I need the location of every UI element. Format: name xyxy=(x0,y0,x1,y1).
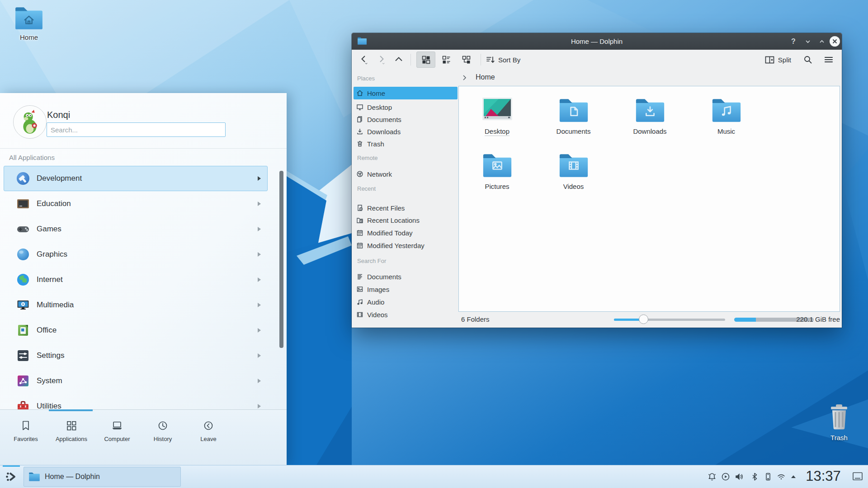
place-recent-locations[interactable]: Recent Locations xyxy=(354,214,458,226)
search-for-audio[interactable]: Audio xyxy=(354,296,458,308)
category-system[interactable]: System xyxy=(4,368,268,394)
chevron-right-icon xyxy=(258,202,261,206)
titlebar[interactable]: Home — Dolphin ? xyxy=(352,33,842,50)
category-internet[interactable]: Internet xyxy=(4,267,268,292)
folder-item-videos[interactable]: Videos xyxy=(535,152,612,207)
tab-history[interactable]: History xyxy=(140,420,185,442)
category-education[interactable]: Education xyxy=(4,191,268,216)
details-view-button[interactable] xyxy=(437,52,455,67)
tab-computer[interactable]: Computer xyxy=(94,420,140,442)
place-home[interactable]: Home xyxy=(354,87,458,99)
tab-label: Applications xyxy=(49,436,94,442)
folder-item-downloads[interactable]: Downloads xyxy=(612,97,688,152)
details-view-icon xyxy=(442,56,451,64)
desktop-icon-trash[interactable]: Trash xyxy=(816,403,862,441)
device-notifier-icon[interactable] xyxy=(763,472,773,482)
tab-label: Favorites xyxy=(3,436,48,442)
category-graphics[interactable]: Graphics xyxy=(4,242,268,267)
help-button[interactable]: ? xyxy=(788,36,799,47)
show-desktop-icon[interactable] xyxy=(852,471,863,483)
place-documents[interactable]: Documents xyxy=(354,113,458,126)
chevron-down-icon xyxy=(805,38,811,45)
back-button[interactable] xyxy=(357,52,372,68)
category-label: Settings xyxy=(37,351,64,360)
search-input[interactable] xyxy=(47,122,226,137)
volume-icon[interactable] xyxy=(734,472,744,482)
place-trash[interactable]: Trash xyxy=(354,137,458,150)
video-icon xyxy=(356,311,363,318)
places-section-header: Recent xyxy=(357,185,376,194)
folder-item-documents[interactable]: Documents xyxy=(535,97,612,152)
zoom-slider[interactable] xyxy=(614,319,725,321)
folder-item-label: Downloads xyxy=(633,127,666,135)
chevron-right-icon xyxy=(258,303,261,307)
expand-tray-arrow-icon[interactable] xyxy=(790,474,797,479)
sort-by-button[interactable]: Sort By xyxy=(486,52,520,68)
notifications-bell-icon[interactable] xyxy=(707,472,717,482)
minimize-button[interactable] xyxy=(802,36,813,47)
tab-favorites[interactable]: Favorites xyxy=(3,420,48,442)
up-button[interactable] xyxy=(392,52,406,68)
graphics-icon xyxy=(16,247,30,262)
close-button[interactable] xyxy=(830,36,840,47)
maximize-button[interactable] xyxy=(816,36,827,47)
split-button[interactable]: Split xyxy=(764,52,791,68)
application-category-list: Development Education Games xyxy=(0,166,287,419)
close-icon xyxy=(830,36,840,47)
place-downloads[interactable]: Downloads xyxy=(354,125,458,138)
tab-label: Leave xyxy=(186,436,231,442)
category-development[interactable]: Development xyxy=(4,166,268,191)
search-for-videos[interactable]: Videos xyxy=(354,308,458,321)
folder-item-music[interactable]: Music xyxy=(688,97,764,152)
folder-item-pictures[interactable]: Pictures xyxy=(459,152,535,207)
user-avatar[interactable] xyxy=(13,105,47,139)
icons-view-button[interactable] xyxy=(416,52,435,68)
place-network[interactable]: Network xyxy=(354,168,458,180)
desktop-icon-home[interactable]: Home xyxy=(6,5,52,41)
sort-by-label: Sort By xyxy=(498,56,520,64)
arrow-back-icon xyxy=(359,54,370,65)
folder-view[interactable]: Desktop Documents Downloads xyxy=(458,86,840,312)
search-button[interactable] xyxy=(803,52,813,68)
menu-button[interactable] xyxy=(824,52,834,68)
search-for-images[interactable]: Images xyxy=(354,283,458,296)
wifi-icon[interactable] xyxy=(776,472,786,482)
forward-button[interactable] xyxy=(374,52,389,68)
settings-icon xyxy=(16,348,30,363)
taskbar-task-dolphin[interactable]: Home — Dolphin xyxy=(24,467,181,487)
dolphin-window: Home — Dolphin ? xyxy=(352,33,842,328)
system-icon xyxy=(16,374,30,388)
scrollbar[interactable] xyxy=(279,171,283,348)
folder-item-desktop[interactable]: Desktop xyxy=(459,97,535,152)
place-desktop[interactable]: Desktop xyxy=(354,101,458,113)
zoom-slider-handle[interactable] xyxy=(639,314,648,324)
bluetooth-icon[interactable] xyxy=(750,472,760,482)
place-modified-yesterday[interactable]: Modified Yesterday xyxy=(354,239,458,252)
chevron-right-icon xyxy=(258,277,261,282)
downloads-folder-icon xyxy=(634,97,666,123)
application-launcher-button[interactable] xyxy=(0,465,23,488)
documents-folder-icon xyxy=(558,97,590,123)
games-icon xyxy=(16,222,30,236)
category-settings[interactable]: Settings xyxy=(4,343,268,368)
tree-view-button[interactable] xyxy=(457,52,475,67)
chevron-right-icon xyxy=(258,328,261,333)
category-office[interactable]: Office xyxy=(4,318,268,343)
clock[interactable]: 13:37 xyxy=(804,468,843,484)
category-multimedia[interactable]: Multimedia xyxy=(4,292,268,318)
media-player-icon[interactable] xyxy=(721,472,731,482)
icons-view-icon xyxy=(422,56,430,64)
tab-leave[interactable]: Leave xyxy=(186,420,231,442)
music-folder-icon xyxy=(711,97,742,123)
music-note-icon xyxy=(356,298,363,305)
breadcrumb[interactable]: Home xyxy=(459,70,842,86)
window-title: Home — Dolphin xyxy=(352,38,842,45)
tree-view-icon xyxy=(462,56,471,64)
search-for-documents[interactable]: Documents xyxy=(354,270,458,283)
category-games[interactable]: Games xyxy=(4,216,268,242)
place-recent-files[interactable]: Recent Files xyxy=(354,202,458,214)
folder-item-label: Pictures xyxy=(485,183,509,190)
place-label: Modified Today xyxy=(367,229,413,237)
place-modified-today[interactable]: Modified Today xyxy=(354,226,458,239)
tab-applications[interactable]: Applications xyxy=(49,420,94,442)
